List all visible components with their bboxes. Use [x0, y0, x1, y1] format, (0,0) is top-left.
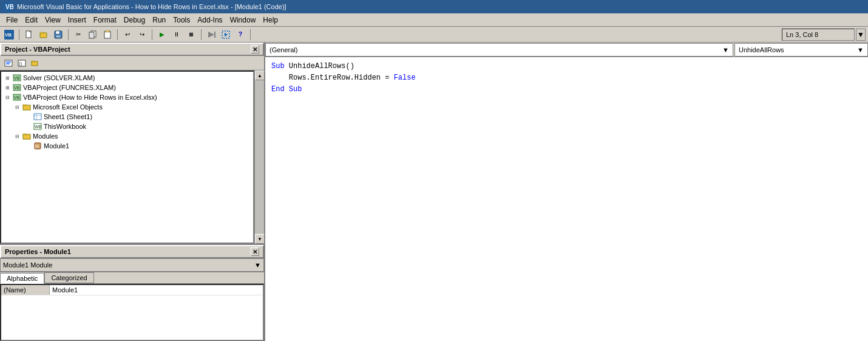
toolbar-new-btn[interactable]: [22, 29, 36, 41]
svg-marker-16: [208, 32, 214, 38]
code-toolbar: (General) ▼ UnhideAllRows ▼: [265, 43, 868, 57]
properties-dropdown-container: Module1 Module ▼: [0, 258, 264, 272]
toolbar-open-btn[interactable]: [37, 29, 50, 41]
code-dropdown-proc-arrow: ▼: [857, 46, 864, 53]
code-dropdown-proc[interactable]: UnhideAllRows ▼: [734, 43, 868, 57]
code-line-2: Rows.EntireRow.Hidden = False: [271, 72, 862, 84]
toolbar-copy-btn[interactable]: [86, 29, 100, 41]
code-dropdown-general[interactable]: (General) ▼: [265, 43, 733, 57]
svg-text:WB: WB: [35, 125, 42, 129]
project-panel-toolbar: {}: [0, 56, 264, 71]
tree-item-howtoproject[interactable]: ⊟ VB VBAProject (How to Hide Rows in Exc…: [2, 92, 252, 102]
separator-5: [201, 29, 202, 40]
tree-item-sheet1[interactable]: ⊟ Sheet1 (Sheet1): [2, 112, 252, 122]
separator-1: [19, 29, 19, 40]
code-line-3: End Sub: [271, 84, 862, 95]
menu-item-help[interactable]: Help: [259, 15, 282, 26]
title-text: Microsoft Visual Basic for Applications …: [17, 3, 864, 10]
tree-label-howtoproject: VBAProject (How to Hide Rows in Excel.xl…: [23, 94, 157, 101]
menu-item-file[interactable]: File: [2, 15, 21, 26]
tab-alphabetic[interactable]: Alphabetic: [0, 273, 44, 284]
menu-item-tools[interactable]: Tools: [169, 15, 194, 26]
left-panel: Project - VBAProject ✕ {} ⊞: [0, 43, 264, 341]
proc-name: UnhideAllRows(): [289, 62, 354, 71]
tree-item-solver[interactable]: ⊞ VB Solver (SOLVER.XLAM): [2, 73, 252, 83]
menu-item-view[interactable]: View: [41, 15, 64, 26]
properties-tabs: Alphabetic Categorized: [0, 272, 264, 284]
svg-rect-15: [106, 30, 109, 32]
menu-item-edit[interactable]: Edit: [21, 15, 41, 26]
code-editor[interactable]: Sub UnhideAllRows() Rows.EntireRow.Hidde…: [265, 57, 868, 341]
code-dropdown-general-value: (General): [270, 46, 297, 53]
menu-item-addins[interactable]: Add-Ins: [194, 15, 226, 26]
properties-panel-close[interactable]: ✕: [251, 247, 259, 256]
excelobj-icon: [22, 103, 32, 111]
toolbar: VB ✂ ↩ ↪ ▶ ⏸ ⏹ ? Ln 3, Col 8 ▼: [0, 27, 868, 43]
svg-text:VB: VB: [5, 4, 13, 10]
toolbar-design-btn[interactable]: [219, 29, 232, 41]
properties-panel-header: Properties - Module1 ✕: [0, 245, 264, 258]
tree-label-funcres: VBAProject (FUNCRES.XLAM): [23, 84, 116, 91]
tree-label-thisworkbook: ThisWorkbook: [44, 123, 86, 130]
svg-rect-17: [214, 32, 215, 38]
howtoproject-icon: VB: [12, 93, 22, 102]
status-dropdown-btn[interactable]: ▼: [856, 29, 866, 41]
toolbar-save-btn[interactable]: [52, 29, 65, 41]
tree-item-module1[interactable]: ⊟ M Module1: [2, 141, 252, 151]
toolbar-cut-btn[interactable]: ✂: [72, 29, 85, 41]
scroll-down-btn[interactable]: ▼: [255, 234, 265, 244]
project-panel-header: Project - VBAProject ✕: [0, 43, 264, 56]
tree-item-funcres[interactable]: ⊞ VB VBAProject (FUNCRES.XLAM): [2, 83, 252, 92]
tree-item-thisworkbook[interactable]: ⊟ WB ThisWorkbook: [2, 122, 252, 131]
thisworkbook-icon: WB: [33, 122, 42, 131]
properties-panel: Properties - Module1 ✕ Module1 Module ▼ …: [0, 244, 264, 341]
view-object-btn[interactable]: [2, 58, 15, 69]
project-panel: Project - VBAProject ✕ {} ⊞: [0, 43, 264, 244]
menu-item-format[interactable]: Format: [90, 15, 120, 26]
scroll-up-btn[interactable]: ▲: [255, 71, 265, 80]
modules-icon: [22, 132, 32, 140]
toolbar-redo-btn[interactable]: ↪: [135, 29, 149, 41]
view-code-btn[interactable]: {}: [16, 58, 28, 69]
menu-item-insert[interactable]: Insert: [64, 15, 90, 26]
code-dropdown-proc-value: UnhideAllRows: [739, 46, 784, 53]
solver-icon: VB: [12, 74, 22, 82]
toggle-folders-btn[interactable]: [29, 58, 41, 69]
svg-rect-10: [56, 35, 61, 38]
toolbar-undo-btn[interactable]: ↩: [121, 29, 134, 41]
toolbar-stop-btn[interactable]: ⏹: [185, 29, 198, 41]
svg-text:VB: VB: [14, 86, 20, 90]
svg-rect-9: [56, 31, 59, 34]
properties-object-dropdown[interactable]: Module1 Module ▼: [0, 258, 264, 272]
prop-value-name[interactable]: Module1: [50, 285, 263, 295]
expand-solver-icon: ⊞: [4, 74, 11, 81]
toolbar-help-btn[interactable]: ?: [234, 29, 247, 41]
project-panel-title: Project - VBAProject: [5, 46, 70, 53]
project-panel-close[interactable]: ✕: [251, 45, 259, 53]
code-line-1: Sub UnhideAllRows(): [271, 61, 862, 72]
module1-icon: M: [33, 142, 42, 150]
menu-item-debug[interactable]: Debug: [120, 15, 149, 26]
prop-row-name: (Name) Module1: [1, 285, 263, 295]
svg-text:{}: {}: [19, 61, 22, 66]
menu-item-window[interactable]: Window: [226, 15, 260, 26]
project-scrollbar[interactable]: ▲ ▼: [254, 71, 264, 244]
expand-funcres-icon: ⊞: [4, 84, 11, 91]
svg-rect-35: [34, 114, 41, 120]
keyword-end-sub: End Sub: [271, 85, 302, 94]
status-position: Ln 3, Col 8: [782, 29, 855, 41]
toolbar-vba-icon: VB: [2, 29, 16, 41]
toolbar-paste-btn[interactable]: [101, 29, 114, 41]
tree-label-solver: Solver (SOLVER.XLAM): [23, 74, 95, 81]
toolbar-reset-btn[interactable]: [205, 29, 218, 41]
keyword-sub: Sub: [271, 62, 289, 71]
tree-item-modules[interactable]: ⊟ Modules: [2, 131, 252, 141]
svg-rect-14: [104, 32, 110, 38]
separator-4: [152, 29, 152, 40]
menu-item-run[interactable]: Run: [149, 15, 169, 26]
toolbar-pause-btn[interactable]: ⏸: [170, 29, 183, 41]
tab-categorized[interactable]: Categorized: [44, 272, 93, 283]
tree-item-excelobj[interactable]: ⊟ Microsoft Excel Objects: [2, 102, 252, 112]
toolbar-run-btn[interactable]: ▶: [155, 29, 169, 41]
main-area: Project - VBAProject ✕ {} ⊞: [0, 43, 868, 341]
